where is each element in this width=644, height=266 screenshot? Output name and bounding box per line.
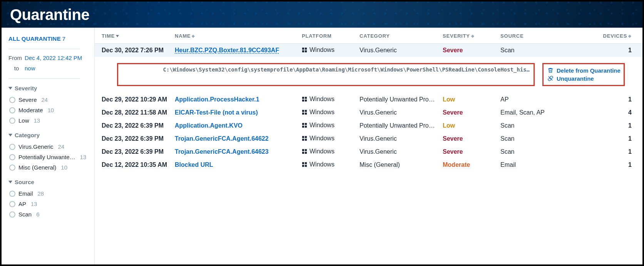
cell-platform: Windows [299,119,356,132]
svg-rect-15 [305,125,307,127]
cell-severity: Severe [440,44,497,57]
action-label: Delete from Quarantine [557,67,621,74]
filter-item[interactable]: Email28 [8,188,90,199]
col-devices[interactable]: DEVICES◆ [563,28,642,44]
filter-item[interactable]: Moderate10 [8,105,90,115]
table-row[interactable]: Dec 23, 2022 6:39 PMApplication.Agent.KV… [95,119,642,132]
cell-source: Scan [497,132,563,145]
table-row[interactable]: Dec 12, 2022 10:35 AMBlocked URLWindowsM… [95,158,642,171]
expanded-detail-row: C:\Windows\System32\config\systemprofile… [95,57,642,93]
to-value[interactable]: now [25,65,35,71]
filter-item-count: 24 [42,96,48,103]
col-source[interactable]: SOURCE [497,28,563,44]
caret-down-icon [8,181,12,183]
table-row[interactable]: Dec 23, 2022 6:39 PMTrojan.GenericFCA.Ag… [95,145,642,158]
cell-severity: Low [440,119,497,132]
threat-name-link[interactable]: Application.Agent.KVO [175,122,243,129]
table-row[interactable]: Dec 29, 2022 10:29 AMApplication.Process… [95,93,642,106]
threat-name-link[interactable]: Heur.BZC.PZQ.Boxter.81.9CC493AF [175,47,279,53]
filter-item-count: 13 [80,154,87,160]
svg-rect-18 [302,138,304,140]
windows-icon [302,47,307,53]
filter-group-header[interactable]: Category [8,132,90,138]
platform-label: Windows [309,161,335,168]
threat-name-link[interactable]: EICAR-Test-File (not a virus) [175,109,258,116]
from-value[interactable]: Dec 4, 2022 12:42 PM [25,55,82,61]
main-content: TIME NAME◆ PLATFORM CATEGORY SEVERITY◆ S… [95,28,642,264]
table-row[interactable]: Dec 30, 2022 7:26 PMHeur.BZC.PZQ.Boxter.… [95,44,642,57]
filter-item-count: 13 [31,201,37,207]
cell-name: Blocked URL [172,158,299,171]
filter-item[interactable]: Virus.Generic24 [8,141,90,152]
platform-label: Windows [309,96,335,103]
cell-devices: 4 [563,106,642,119]
cell-platform: Windows [299,106,356,119]
svg-rect-1 [305,48,307,50]
from-label: From [8,55,25,61]
threat-name-link[interactable]: Application.ProcessHacker.1 [175,96,259,103]
filter-item[interactable]: Scan6 [8,209,90,219]
filter-item[interactable]: AP13 [8,199,90,209]
radio-icon [9,191,15,197]
svg-rect-5 [305,96,307,98]
cell-name: EICAR-Test-File (not a virus) [172,106,299,119]
cell-name: Application.Agent.KVO [172,119,299,132]
table-row[interactable]: Dec 28, 2022 11:58 AMEICAR-Test-File (no… [95,106,642,119]
filter-item-count: 10 [47,107,54,113]
cell-time: Dec 28, 2022 11:58 AM [95,106,172,119]
delete-from-quarantine-button[interactable]: Delete from Quarantine [547,66,620,75]
all-quarantine-link[interactable]: ALL QUARANTINE7 [8,35,90,42]
col-category[interactable]: CATEGORY [356,28,440,44]
svg-rect-27 [305,165,307,166]
svg-rect-12 [302,123,304,125]
all-quarantine-count: 7 [62,35,66,42]
cell-source: AP [497,93,563,106]
cell-source: Email [497,158,563,171]
page-title: Quarantine [10,6,89,23]
col-time[interactable]: TIME [95,28,172,44]
filter-group-header[interactable]: Severity [8,85,90,91]
threat-name-link[interactable]: Trojan.GenericFCA.Agent.64622 [175,135,269,142]
radio-icon [9,97,15,103]
filter-item[interactable]: Severe24 [8,95,90,105]
filter-group-header[interactable]: Source [8,179,90,185]
filter-item-count: 13 [34,117,40,124]
cell-severity: Severe [440,145,497,158]
caret-down-icon [8,134,12,136]
table-row[interactable]: Dec 23, 2022 6:39 PMTrojan.GenericFCA.Ag… [95,132,642,145]
windows-icon [302,123,307,128]
sort-icon: ◆ [192,34,195,38]
cell-category: Potentially Unwanted Prog… [356,93,440,106]
filter-item[interactable]: Potentially Unwante…13 [8,152,90,162]
filter-item-name: Severe [18,96,37,103]
cell-name: Application.ProcessHacker.1 [172,93,299,106]
threat-name-link[interactable]: Blocked URL [175,161,213,168]
svg-rect-4 [302,96,304,98]
filter-item[interactable]: Low13 [8,115,90,126]
svg-rect-22 [302,151,304,153]
cell-source: Email, Scan, AP [497,106,563,119]
svg-rect-14 [302,125,304,127]
radio-icon [9,144,15,150]
svg-rect-10 [302,112,304,114]
threat-name-link[interactable]: Trojan.GenericFCA.Agent.64623 [175,148,269,155]
col-platform[interactable]: PLATFORM [299,28,356,44]
col-severity[interactable]: SEVERITY◆ [440,28,497,44]
filter-item-name: Potentially Unwante… [18,154,75,160]
svg-rect-6 [302,99,304,101]
cell-time: Dec 30, 2022 7:26 PM [95,44,172,57]
svg-rect-19 [305,138,307,140]
action-label: Unquarantine [557,75,594,82]
filter-item[interactable]: Misc (General)10 [8,162,90,173]
cell-devices: 1 [563,44,642,57]
platform-label: Windows [309,109,335,116]
cell-platform: Windows [299,93,356,106]
svg-rect-11 [305,112,307,114]
radio-icon [9,211,15,218]
cell-platform: Windows [299,44,356,57]
cell-severity: Severe [440,132,497,145]
unquarantine-button[interactable]: Unquarantine [547,75,620,83]
col-name[interactable]: NAME◆ [172,28,299,44]
platform-label: Windows [309,122,335,129]
svg-rect-3 [305,50,307,52]
